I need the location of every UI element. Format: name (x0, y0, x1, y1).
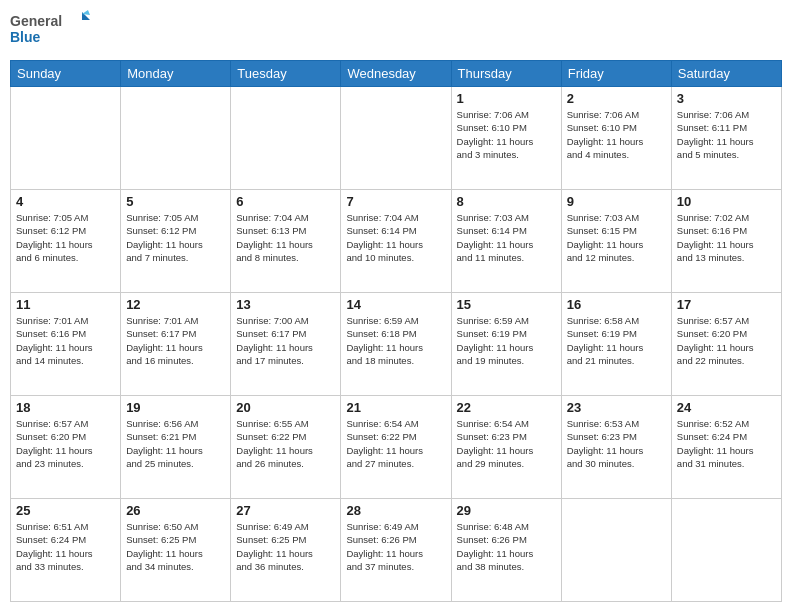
day-number: 12 (126, 297, 225, 312)
day-number: 25 (16, 503, 115, 518)
week-row-4: 18Sunrise: 6:57 AMSunset: 6:20 PMDayligh… (11, 396, 782, 499)
day-info: Sunrise: 7:05 AMSunset: 6:12 PMDaylight:… (16, 211, 115, 264)
day-number: 20 (236, 400, 335, 415)
day-cell: 12Sunrise: 7:01 AMSunset: 6:17 PMDayligh… (121, 293, 231, 396)
week-row-1: 1Sunrise: 7:06 AMSunset: 6:10 PMDaylight… (11, 87, 782, 190)
logo: General Blue (10, 10, 90, 52)
weekday-header-tuesday: Tuesday (231, 61, 341, 87)
day-number: 28 (346, 503, 445, 518)
day-cell: 15Sunrise: 6:59 AMSunset: 6:19 PMDayligh… (451, 293, 561, 396)
day-number: 16 (567, 297, 666, 312)
day-number: 2 (567, 91, 666, 106)
day-info: Sunrise: 7:02 AMSunset: 6:16 PMDaylight:… (677, 211, 776, 264)
day-cell: 21Sunrise: 6:54 AMSunset: 6:22 PMDayligh… (341, 396, 451, 499)
day-number: 6 (236, 194, 335, 209)
day-info: Sunrise: 7:04 AMSunset: 6:13 PMDaylight:… (236, 211, 335, 264)
day-info: Sunrise: 6:55 AMSunset: 6:22 PMDaylight:… (236, 417, 335, 470)
day-info: Sunrise: 6:51 AMSunset: 6:24 PMDaylight:… (16, 520, 115, 573)
day-number: 18 (16, 400, 115, 415)
day-cell: 7Sunrise: 7:04 AMSunset: 6:14 PMDaylight… (341, 190, 451, 293)
day-number: 19 (126, 400, 225, 415)
day-info: Sunrise: 7:01 AMSunset: 6:16 PMDaylight:… (16, 314, 115, 367)
day-info: Sunrise: 6:53 AMSunset: 6:23 PMDaylight:… (567, 417, 666, 470)
day-cell: 10Sunrise: 7:02 AMSunset: 6:16 PMDayligh… (671, 190, 781, 293)
weekday-header-monday: Monday (121, 61, 231, 87)
day-info: Sunrise: 6:52 AMSunset: 6:24 PMDaylight:… (677, 417, 776, 470)
day-cell: 1Sunrise: 7:06 AMSunset: 6:10 PMDaylight… (451, 87, 561, 190)
day-cell: 22Sunrise: 6:54 AMSunset: 6:23 PMDayligh… (451, 396, 561, 499)
day-info: Sunrise: 6:50 AMSunset: 6:25 PMDaylight:… (126, 520, 225, 573)
day-cell: 17Sunrise: 6:57 AMSunset: 6:20 PMDayligh… (671, 293, 781, 396)
day-number: 10 (677, 194, 776, 209)
day-cell (341, 87, 451, 190)
day-cell: 23Sunrise: 6:53 AMSunset: 6:23 PMDayligh… (561, 396, 671, 499)
day-number: 17 (677, 297, 776, 312)
day-cell: 2Sunrise: 7:06 AMSunset: 6:10 PMDaylight… (561, 87, 671, 190)
day-cell: 5Sunrise: 7:05 AMSunset: 6:12 PMDaylight… (121, 190, 231, 293)
day-cell: 29Sunrise: 6:48 AMSunset: 6:26 PMDayligh… (451, 499, 561, 602)
day-info: Sunrise: 6:49 AMSunset: 6:25 PMDaylight:… (236, 520, 335, 573)
day-info: Sunrise: 7:06 AMSunset: 6:10 PMDaylight:… (457, 108, 556, 161)
weekday-header-thursday: Thursday (451, 61, 561, 87)
day-info: Sunrise: 6:54 AMSunset: 6:23 PMDaylight:… (457, 417, 556, 470)
calendar-page: General Blue SundayMondayTuesdayWednesda… (0, 0, 792, 612)
day-cell: 25Sunrise: 6:51 AMSunset: 6:24 PMDayligh… (11, 499, 121, 602)
day-cell: 11Sunrise: 7:01 AMSunset: 6:16 PMDayligh… (11, 293, 121, 396)
day-info: Sunrise: 7:03 AMSunset: 6:14 PMDaylight:… (457, 211, 556, 264)
day-number: 5 (126, 194, 225, 209)
day-info: Sunrise: 6:54 AMSunset: 6:22 PMDaylight:… (346, 417, 445, 470)
day-cell: 6Sunrise: 7:04 AMSunset: 6:13 PMDaylight… (231, 190, 341, 293)
day-cell (11, 87, 121, 190)
day-cell: 27Sunrise: 6:49 AMSunset: 6:25 PMDayligh… (231, 499, 341, 602)
day-cell: 13Sunrise: 7:00 AMSunset: 6:17 PMDayligh… (231, 293, 341, 396)
day-number: 13 (236, 297, 335, 312)
day-number: 27 (236, 503, 335, 518)
day-number: 21 (346, 400, 445, 415)
day-info: Sunrise: 7:05 AMSunset: 6:12 PMDaylight:… (126, 211, 225, 264)
weekday-header-sunday: Sunday (11, 61, 121, 87)
day-info: Sunrise: 6:49 AMSunset: 6:26 PMDaylight:… (346, 520, 445, 573)
day-cell: 28Sunrise: 6:49 AMSunset: 6:26 PMDayligh… (341, 499, 451, 602)
day-number: 1 (457, 91, 556, 106)
weekday-header-row: SundayMondayTuesdayWednesdayThursdayFrid… (11, 61, 782, 87)
svg-text:Blue: Blue (10, 29, 41, 45)
day-cell (231, 87, 341, 190)
day-info: Sunrise: 6:59 AMSunset: 6:19 PMDaylight:… (457, 314, 556, 367)
day-info: Sunrise: 6:59 AMSunset: 6:18 PMDaylight:… (346, 314, 445, 367)
day-info: Sunrise: 7:00 AMSunset: 6:17 PMDaylight:… (236, 314, 335, 367)
week-row-5: 25Sunrise: 6:51 AMSunset: 6:24 PMDayligh… (11, 499, 782, 602)
day-number: 7 (346, 194, 445, 209)
day-cell: 19Sunrise: 6:56 AMSunset: 6:21 PMDayligh… (121, 396, 231, 499)
day-cell: 8Sunrise: 7:03 AMSunset: 6:14 PMDaylight… (451, 190, 561, 293)
day-number: 29 (457, 503, 556, 518)
day-info: Sunrise: 7:03 AMSunset: 6:15 PMDaylight:… (567, 211, 666, 264)
week-row-3: 11Sunrise: 7:01 AMSunset: 6:16 PMDayligh… (11, 293, 782, 396)
day-number: 3 (677, 91, 776, 106)
svg-text:General: General (10, 13, 62, 29)
day-cell: 24Sunrise: 6:52 AMSunset: 6:24 PMDayligh… (671, 396, 781, 499)
day-cell (561, 499, 671, 602)
weekday-header-friday: Friday (561, 61, 671, 87)
day-number: 9 (567, 194, 666, 209)
day-cell (671, 499, 781, 602)
day-info: Sunrise: 6:58 AMSunset: 6:19 PMDaylight:… (567, 314, 666, 367)
day-cell: 4Sunrise: 7:05 AMSunset: 6:12 PMDaylight… (11, 190, 121, 293)
day-number: 11 (16, 297, 115, 312)
day-info: Sunrise: 7:06 AMSunset: 6:11 PMDaylight:… (677, 108, 776, 161)
day-cell: 18Sunrise: 6:57 AMSunset: 6:20 PMDayligh… (11, 396, 121, 499)
weekday-header-saturday: Saturday (671, 61, 781, 87)
day-cell: 14Sunrise: 6:59 AMSunset: 6:18 PMDayligh… (341, 293, 451, 396)
day-info: Sunrise: 6:57 AMSunset: 6:20 PMDaylight:… (677, 314, 776, 367)
day-cell: 16Sunrise: 6:58 AMSunset: 6:19 PMDayligh… (561, 293, 671, 396)
day-cell (121, 87, 231, 190)
week-row-2: 4Sunrise: 7:05 AMSunset: 6:12 PMDaylight… (11, 190, 782, 293)
day-info: Sunrise: 6:56 AMSunset: 6:21 PMDaylight:… (126, 417, 225, 470)
day-info: Sunrise: 7:04 AMSunset: 6:14 PMDaylight:… (346, 211, 445, 264)
day-cell: 3Sunrise: 7:06 AMSunset: 6:11 PMDaylight… (671, 87, 781, 190)
day-number: 14 (346, 297, 445, 312)
header: General Blue (10, 10, 782, 52)
day-number: 24 (677, 400, 776, 415)
day-cell: 20Sunrise: 6:55 AMSunset: 6:22 PMDayligh… (231, 396, 341, 499)
day-info: Sunrise: 7:01 AMSunset: 6:17 PMDaylight:… (126, 314, 225, 367)
day-number: 8 (457, 194, 556, 209)
